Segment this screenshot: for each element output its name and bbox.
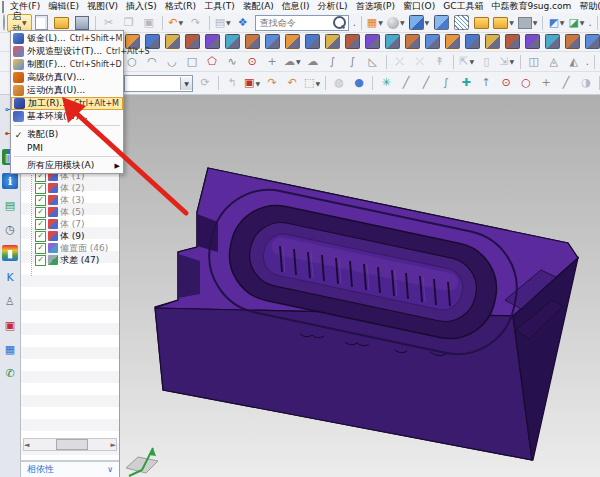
- scroll-right-icon[interactable]: ►: [111, 441, 116, 449]
- feature-icon-10[interactable]: [303, 33, 321, 51]
- chevron-down-icon[interactable]: ▼: [400, 19, 405, 26]
- feature-icon-22[interactable]: [543, 33, 561, 51]
- feature-icon-23[interactable]: [563, 33, 581, 51]
- touch-phone-icon[interactable]: ✆: [2, 365, 18, 381]
- highlight-button[interactable]: ◍: [330, 74, 348, 92]
- chevron-down-icon[interactable]: ▼: [425, 19, 430, 26]
- render-style-button[interactable]: ▼: [386, 14, 406, 32]
- feature-icon-11[interactable]: [323, 33, 341, 51]
- command-finder-search[interactable]: [255, 15, 349, 31]
- ops-2-button[interactable]: ◬: [545, 53, 563, 71]
- feature-icon-14[interactable]: [383, 33, 401, 51]
- layer-folder-icon[interactable]: [472, 14, 490, 32]
- menu-information[interactable]: 信息(I): [278, 0, 314, 13]
- menu-item-advanced-simulation[interactable]: 高级仿真(V)...: [11, 71, 123, 84]
- scrollbar-thumb[interactable]: [56, 439, 88, 450]
- graphics-viewport[interactable]: [120, 95, 600, 477]
- selection-filter-button[interactable]: ▣▼: [243, 74, 261, 92]
- menu-item-gateway[interactable]: 基本环境(W)...: [11, 110, 123, 123]
- sketch-pattern-button[interactable]: ☁: [304, 53, 322, 71]
- feature-row-body-5[interactable]: ✓体 (5): [21, 206, 119, 218]
- orient-button[interactable]: ⇲▼: [498, 53, 516, 71]
- feature-icon-21[interactable]: [523, 33, 541, 51]
- menu-item-sheet-metal[interactable]: 钣金(L)...Ctrl+Shift+M: [11, 32, 123, 45]
- sketch-fx1-button[interactable]: ∫: [324, 53, 342, 71]
- feature-row-body-7[interactable]: ✓体 (7): [21, 218, 119, 230]
- shaded-view-button[interactable]: ▼: [408, 14, 431, 32]
- chevron-down-icon[interactable]: ▼: [180, 77, 192, 90]
- feature-row-offset-face-46[interactable]: ✓偏置面 (46): [21, 242, 119, 254]
- shaded-cube-button[interactable]: [432, 14, 450, 32]
- feature-icon-7[interactable]: [243, 33, 261, 51]
- new-part-button[interactable]: [33, 14, 51, 32]
- checkbox-checked-icon[interactable]: ✓: [35, 243, 46, 254]
- chevron-down-icon[interactable]: ▼: [580, 19, 585, 26]
- sketch-trim-button[interactable]: ◺: [364, 53, 382, 71]
- open-button[interactable]: [53, 14, 71, 32]
- refresh-button[interactable]: ⟳: [196, 74, 214, 92]
- window-red-icon[interactable]: ▣: [2, 317, 18, 333]
- rotate-2-button[interactable]: ↶: [283, 74, 301, 92]
- feature-icon-19[interactable]: [483, 33, 501, 51]
- chevron-down-icon[interactable]: ▼: [509, 58, 514, 65]
- chevron-down-icon[interactable]: ▼: [296, 58, 301, 65]
- toolbar-overflow-dot[interactable]: .: [586, 56, 589, 67]
- paste-button[interactable]: ▣: [140, 14, 158, 32]
- feature-icon-18[interactable]: [463, 33, 481, 51]
- feature-icon-17[interactable]: [443, 33, 461, 51]
- scroll-left-icon[interactable]: ◄: [24, 441, 29, 449]
- sketch-fx2-button[interactable]: ∫: [344, 53, 362, 71]
- feature-icon-20[interactable]: [503, 33, 521, 51]
- snap-endpoint-button[interactable]: ╱: [397, 74, 415, 92]
- menu-tools[interactable]: 工具(T): [200, 0, 239, 13]
- menu-item-all-applications[interactable]: 所有应用模块(A)▶: [11, 159, 123, 172]
- print-button[interactable]: ▤▼: [214, 14, 232, 32]
- feature-icon-15[interactable]: [403, 33, 421, 51]
- chevron-down-icon[interactable]: ▼: [378, 19, 383, 26]
- dim-1-button[interactable]: ⤬: [391, 53, 409, 71]
- dim-2-button[interactable]: ⤫: [411, 53, 429, 71]
- history-palette-icon[interactable]: ▤: [2, 197, 18, 213]
- chevron-down-icon[interactable]: ▼: [178, 19, 183, 26]
- checkbox-checked-icon[interactable]: ✓: [35, 207, 46, 218]
- chevron-down-icon[interactable]: ▼: [255, 80, 260, 87]
- snap-back-button[interactable]: ↰: [223, 74, 241, 92]
- chevron-down-icon[interactable]: ▼: [226, 19, 231, 26]
- snap-intersection-button[interactable]: ✚: [457, 74, 475, 92]
- checkbox-checked-icon[interactable]: ✓: [35, 195, 46, 206]
- search-input[interactable]: [258, 17, 332, 29]
- feature-row-body-3[interactable]: ✓体 (3): [21, 194, 119, 206]
- menu-item-shape-studio[interactable]: 外观造型设计(T)...Ctrl+Alt+S: [11, 45, 123, 58]
- snap-arrow-button[interactable]: ↑: [477, 74, 495, 92]
- checkbox-checked-icon[interactable]: ✓: [35, 183, 46, 194]
- feature-icon-4[interactable]: [183, 33, 201, 51]
- toolbar-overflow-dot[interactable]: .: [353, 17, 356, 28]
- dim-3-button[interactable]: ↟: [431, 53, 449, 71]
- snap-existing-point-button[interactable]: ╱: [557, 74, 575, 92]
- materials-palette-icon[interactable]: ▮: [2, 245, 18, 261]
- command-finder-window-icon[interactable]: ❖: [234, 14, 252, 32]
- feature-icon-16[interactable]: [423, 33, 441, 51]
- snap-quadrant-button[interactable]: +: [537, 74, 555, 92]
- menu-gc-toolbox[interactable]: GC工具箱: [439, 0, 487, 13]
- web-browser-icon[interactable]: ℹ: [2, 173, 18, 189]
- menu-zhonglei-edu[interactable]: 中磊教育9sug.com: [487, 0, 575, 13]
- robot-scenes-icon[interactable]: ♙: [2, 293, 18, 309]
- view-orient-button[interactable]: ◩▼: [547, 14, 565, 32]
- sketch-studio-spline-button[interactable]: ∿: [223, 53, 241, 71]
- menu-analysis[interactable]: 分析(L): [314, 0, 352, 13]
- feature-icon-13[interactable]: [363, 33, 381, 51]
- sketch-polygon-button[interactable]: ⬠: [203, 53, 221, 71]
- toolbar-overflow-dot[interactable]: .: [588, 17, 591, 28]
- menu-assemblies[interactable]: 装配(A): [239, 0, 278, 13]
- menu-item-motion-simulation[interactable]: 运动仿真(U)...: [11, 84, 123, 97]
- wireframe-cube-button[interactable]: [452, 14, 470, 32]
- menu-item-pmi[interactable]: PMI: [11, 141, 123, 154]
- chevron-down-icon[interactable]: ∨: [107, 465, 113, 474]
- menu-view[interactable]: 视图(V): [83, 0, 122, 13]
- rotate-1-button[interactable]: ↷: [263, 74, 281, 92]
- menu-item-manufacturing[interactable]: 加工(R)...Ctrl+Alt+M: [11, 97, 123, 110]
- chevron-down-icon[interactable]: ▼: [469, 58, 474, 65]
- snap-arc-center-button[interactable]: ⊙: [497, 74, 515, 92]
- window-colors-icon[interactable]: ▦: [2, 341, 18, 357]
